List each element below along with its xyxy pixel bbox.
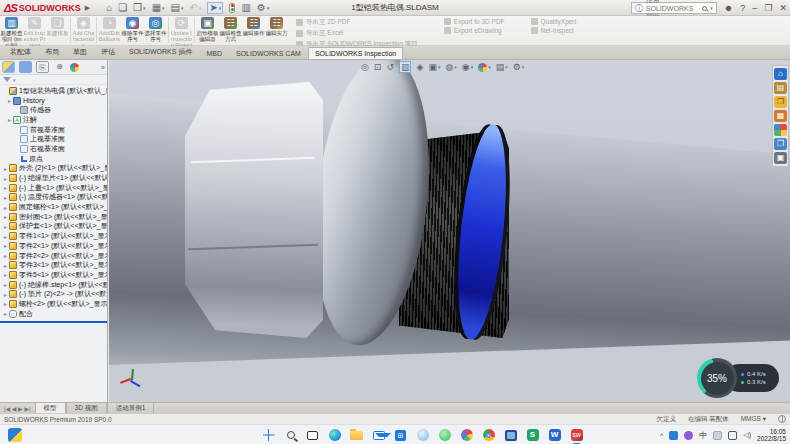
tree-item-root[interactable]: 1型铠装热电偶 (默认<默认_显示状态-1 (0, 86, 107, 96)
units-selector[interactable]: MMGS ▾ (741, 415, 766, 423)
tab-model[interactable]: 模型 (35, 403, 66, 414)
login-button[interactable]: ☻ (724, 2, 733, 14)
tree-item-origin[interactable]: 原点 (0, 154, 107, 164)
tree-item-insulation-gasket[interactable]: ▸(-) 绝缘垫片<1> (默认<<默认>_显 (0, 173, 107, 183)
tab-motion-study[interactable]: 运动算例1 (107, 403, 155, 414)
edit-inspection-method-button[interactable]: ☷ 编辑检查方式 (219, 17, 242, 48)
cloud-app-button[interactable] (416, 429, 429, 442)
tab-scroll-arrows[interactable]: |◀ ◀ ▶ ▶| (0, 405, 35, 412)
export-2d-pdf-button[interactable]: 导出至 2D PDF (296, 18, 418, 27)
tray-purple-icon[interactable] (684, 431, 693, 440)
propertymanager-tab[interactable] (19, 61, 32, 73)
edit-appearance-icon[interactable]: ▾ (478, 63, 491, 72)
tree-item-front-plane[interactable]: 前视基准面 (0, 125, 107, 135)
expand-arrow-icon[interactable]: ▸ (2, 300, 9, 307)
expand-arrow-icon[interactable]: ▸ (2, 184, 9, 191)
forum-icon[interactable]: ▣ (774, 152, 787, 164)
featuremanager-tree-tab[interactable] (2, 61, 15, 73)
ime-indicator[interactable]: 中 (699, 430, 707, 441)
green-circle-app-button[interactable] (438, 429, 451, 442)
tree-item-sensors[interactable]: 传感器 (0, 105, 107, 115)
filter-funnel-icon[interactable] (3, 77, 11, 82)
taskbar-clock[interactable]: 16:05 2022/8/15 (757, 428, 786, 442)
expand-arrow-icon[interactable]: ▸ (2, 271, 9, 278)
previous-view-icon[interactable]: ↺ (386, 62, 394, 72)
edit-operation-button[interactable]: ☷ 编辑操作 (242, 17, 265, 48)
new-document-button[interactable]: ❏ (118, 3, 127, 13)
tree-item-temp-sensor[interactable]: ▸(-) 温度传感器<1> (默认<<默认>_ (0, 193, 107, 203)
search-icon[interactable] (702, 6, 707, 11)
tree-item-part5[interactable]: ▸零件5<1> (默认<<默认>_显示状态 (0, 270, 107, 280)
store-button[interactable]: ⊞ (394, 429, 407, 442)
edit-measurement-button[interactable]: ☷ 编辑实方 (265, 17, 288, 48)
tray-chevron-icon[interactable]: ^ (660, 432, 663, 439)
print-button[interactable]: ▤▾ (171, 3, 184, 13)
undo-button[interactable]: ↶▾ (190, 3, 202, 13)
expand-arrow-icon[interactable]: ▸ (6, 116, 13, 123)
tree-item-annotations[interactable]: ▸A注解 (0, 115, 107, 125)
tree-item-history[interactable]: ▸History (0, 96, 107, 106)
tree-item-right-plane[interactable]: 右视基准面 (0, 144, 107, 154)
zoom-fit-icon[interactable]: ◎ (361, 62, 369, 72)
tree-item-part2-1[interactable]: ▸零件2<1> (默认<<默认>_显示状 (0, 241, 107, 251)
tab-evaluate[interactable]: 评估 (94, 44, 122, 59)
rebuild-button[interactable] (229, 3, 235, 13)
solidworks-resources-icon[interactable]: ⌂ (774, 68, 787, 80)
expand-arrow-icon[interactable]: ▸ (2, 310, 9, 317)
file-explorer-button[interactable] (350, 429, 363, 442)
help-search-input[interactable]: ⓘ 搜索 SOLIDWORKS 帮助 ▾ (631, 2, 717, 14)
expand-arrow-icon[interactable]: ▸ (2, 262, 9, 269)
expand-arrow-icon[interactable]: ▸ (2, 165, 9, 172)
mail-button[interactable] (372, 429, 385, 442)
export-excel-button[interactable]: 导出至 Excel (296, 29, 418, 38)
green-s-app-button[interactable]: S (526, 429, 539, 442)
apply-scene-icon[interactable]: ▤▾ (496, 62, 508, 72)
memory-gauge[interactable]: 35% (697, 358, 737, 398)
graphics-viewport[interactable]: ◎ ⊡ ↺ ▥ ◈ ▣▾ ◍▾ ◉▾ ▾ ▤▾ ⚙▾ ⌂ ▤ ❒ ▦ ❐ ▣ (109, 60, 790, 402)
tab-solidworks-cam[interactable]: SOLIDWORKS CAM (229, 47, 308, 59)
zoom-area-icon[interactable]: ⊡ (374, 62, 382, 72)
view-settings-icon[interactable]: ⚙▾ (513, 62, 525, 72)
displaymanager-tab[interactable] (70, 63, 79, 72)
expand-arrow-icon[interactable]: ▸ (2, 223, 9, 230)
tree-item-gasket[interactable]: ▸(-) 垫片 (2)<2> -> (默认<<默认> (0, 289, 107, 299)
rollback-bar[interactable] (0, 321, 107, 323)
tab-addins[interactable]: SOLIDWORKS 插件 (122, 44, 199, 59)
tree-item-protective-sleeve[interactable]: ▸保护套<1> (默认<<默认>_显示状 (0, 222, 107, 232)
tree-item-part1[interactable]: ▸零件1<1> (默认<<默认>_显示状态 (0, 231, 107, 241)
tab-layout[interactable]: 布局 (38, 44, 66, 59)
speed-monitor-overlay[interactable]: 0.4 K/s 0.3 K/s 35% (697, 358, 783, 398)
home-button[interactable]: ⌂ (106, 3, 112, 13)
open-button[interactable]: ❒▾ (133, 3, 145, 13)
tray-shield-icon[interactable] (669, 431, 678, 440)
file-properties-button[interactable]: ▥ (241, 3, 250, 13)
chrome-button[interactable] (482, 429, 495, 442)
edge-browser-button[interactable] (328, 429, 341, 442)
view-orientation-icon[interactable]: ▣▾ (428, 62, 440, 72)
volume-icon[interactable]: ◁) (743, 431, 751, 439)
expand-arrow-icon[interactable]: ▸ (2, 175, 9, 182)
taskbar-search-button[interactable] (284, 429, 297, 442)
help-button[interactable]: ? (740, 2, 745, 14)
custom-properties-icon[interactable]: ❐ (774, 138, 787, 150)
monitor-app-button[interactable] (504, 429, 517, 442)
solidworks-taskbar-button[interactable]: sw (570, 429, 583, 442)
menu-flyout-icon[interactable]: ▶ (85, 4, 90, 12)
tab-assembly[interactable]: 装配体 (3, 44, 38, 59)
expand-arrow-icon[interactable]: ▸ (2, 213, 9, 220)
configurationmanager-tab[interactable]: ⎘ (36, 61, 49, 73)
export-3d-pdf-button[interactable]: Export to 3D PDF (444, 18, 505, 25)
expand-arrow-icon[interactable]: ▸ (2, 281, 9, 288)
tree-item-mates[interactable]: ▸∩配合 (0, 309, 107, 319)
minimize-button[interactable]: – (752, 2, 757, 14)
model-hex-nut[interactable] (185, 82, 323, 338)
toolbox-icon[interactable]: ▦ (774, 110, 787, 122)
touch-keyboard-icon[interactable] (713, 431, 722, 440)
export-edrawing-button[interactable]: Export eDrawing (444, 27, 505, 34)
blue-w-app-button[interactable]: W (548, 429, 561, 442)
design-library-icon[interactable]: ▤ (774, 82, 787, 94)
task-view-button[interactable] (306, 429, 319, 442)
tree-item-bolt[interactable]: ▸螺栓<2> (默认<<默认>_显示状态 (0, 299, 107, 309)
tree-item-part2-2[interactable]: ▸零件2<2> (默认<<默认>_显示状 (0, 251, 107, 261)
appearances-scenes-icon[interactable] (774, 124, 787, 136)
